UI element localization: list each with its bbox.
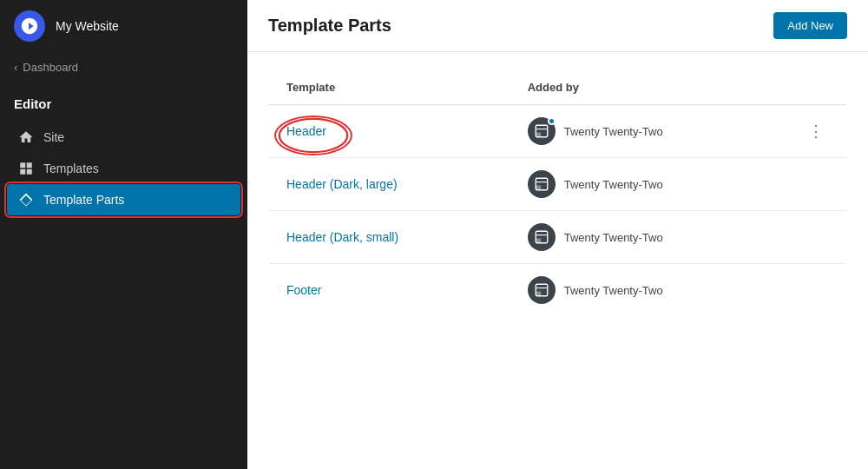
theme-icon — [528, 276, 556, 304]
header-circle-annotation: Header — [286, 124, 326, 138]
template-link-header-dark-small[interactable]: Header (Dark, small) — [286, 230, 398, 244]
added-by-cell: Twenty Twenty-Two — [510, 211, 847, 264]
sidebar-item-site[interactable]: Site — [7, 122, 240, 153]
sidebar-item-site-label: Site — [43, 130, 64, 144]
main-content: Template Parts Add New Template Added by — [247, 0, 868, 469]
template-cell: Header — [269, 105, 510, 158]
back-to-dashboard[interactable]: ‹ Dashboard — [0, 52, 247, 83]
svg-rect-6 — [536, 186, 541, 190]
sidebar-item-templates-label: Templates — [43, 162, 99, 175]
svg-rect-11 — [536, 287, 548, 288]
col-header-added-by: Added by — [510, 70, 847, 105]
svg-rect-9 — [536, 239, 541, 243]
theme-name-row4: Twenty Twenty-Two — [564, 284, 663, 297]
template-cell: Footer — [269, 264, 510, 317]
template-link-header[interactable]: Header — [286, 124, 326, 138]
template-link-footer[interactable]: Footer — [286, 283, 321, 297]
added-by-cell: Twenty Twenty-Two — [510, 158, 847, 211]
theme-name-row1: Twenty Twenty-Two — [564, 125, 663, 138]
add-new-button[interactable]: Add New — [773, 12, 847, 39]
template-cell: Header (Dark, small) — [269, 211, 510, 264]
theme-icon — [528, 170, 556, 198]
added-by-content: Twenty Twenty-Two — [528, 276, 829, 304]
theme-icon — [528, 117, 556, 145]
diamond-icon — [17, 191, 35, 208]
sidebar-item-template-parts[interactable]: Template Parts — [7, 184, 240, 215]
site-name: My Website — [56, 19, 119, 33]
table-row: Footer Twenty Twenty-Two — [269, 264, 847, 317]
sidebar: My Website ‹ Dashboard Editor Site Templ… — [0, 0, 247, 469]
sidebar-item-template-parts-label: Template Parts — [43, 193, 124, 207]
back-arrow-icon: ‹ — [14, 61, 17, 74]
template-link-header-dark-large[interactable]: Header (Dark, large) — [286, 177, 398, 191]
grid-icon — [17, 160, 35, 177]
theme-icon — [528, 223, 556, 251]
template-parts-table: Template Added by Header — [268, 69, 847, 317]
added-by-cell: Twenty Twenty-Two ⋮ — [510, 105, 847, 158]
table-container: Template Added by Header — [247, 52, 868, 469]
editor-section-label: Editor — [0, 83, 247, 118]
svg-rect-2 — [536, 129, 548, 129]
table-row: Header — [269, 105, 847, 158]
wp-logo[interactable] — [14, 10, 45, 42]
svg-rect-8 — [536, 234, 548, 235]
svg-rect-3 — [536, 133, 541, 137]
table-row: Header (Dark, small) Twenty Tw — [269, 211, 847, 264]
sidebar-nav: Site Templates Template Parts — [0, 118, 247, 219]
added-by-content: Twenty Twenty-Two — [528, 223, 829, 251]
theme-name-row2: Twenty Twenty-Two — [564, 178, 663, 191]
home-icon — [17, 129, 35, 146]
sidebar-item-templates[interactable]: Templates — [7, 153, 240, 184]
active-dot — [548, 117, 556, 125]
more-actions-button[interactable]: ⋮ — [803, 122, 829, 141]
main-header: Template Parts Add New — [247, 0, 868, 52]
svg-rect-5 — [536, 182, 548, 182]
table-row: Header (Dark, large) Twenty Tw — [269, 158, 847, 211]
theme-name-row3: Twenty Twenty-Two — [564, 231, 663, 244]
added-by-content: Twenty Twenty-Two — [528, 170, 829, 198]
added-by-content: Twenty Twenty-Two ⋮ — [528, 117, 829, 145]
svg-rect-12 — [536, 292, 541, 296]
page-title: Template Parts — [268, 16, 391, 36]
sidebar-header: My Website — [0, 0, 247, 52]
row-actions: ⋮ — [803, 122, 829, 141]
back-label: Dashboard — [23, 61, 78, 74]
added-by-cell: Twenty Twenty-Two — [510, 264, 847, 317]
col-header-template: Template — [269, 70, 510, 105]
template-cell: Header (Dark, large) — [269, 158, 510, 211]
